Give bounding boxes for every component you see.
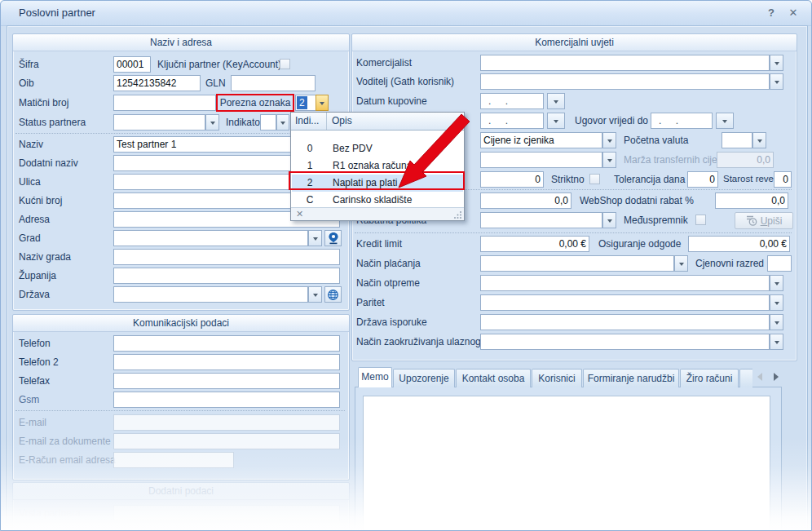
porezna-oznaka-dropdown-button[interactable]: [316, 95, 329, 111]
eracun-input[interactable]: [113, 452, 234, 468]
nacin-zaokruzivanja-combo[interactable]: [480, 334, 770, 350]
gln-label: GLN: [205, 77, 226, 89]
status-partnera-combo[interactable]: [113, 114, 205, 131]
title-bar: Poslovni partner ? ✕: [1, 1, 811, 26]
voditelj-dropdown-button[interactable]: [770, 73, 783, 90]
telefax-label: Telefax: [19, 375, 50, 387]
tab-kontakt-osoba[interactable]: Kontakt osoba: [456, 369, 531, 387]
gln-input[interactable]: [231, 75, 316, 91]
grad-dropdown-button[interactable]: [308, 230, 322, 246]
ugovor-vrijedi-do-dropdown-button[interactable]: [716, 113, 734, 129]
ugovor-od-input[interactable]: . .: [480, 113, 544, 129]
gsm-input[interactable]: [113, 392, 340, 408]
vrsta-partnera-combo[interactable]: [113, 505, 340, 521]
adresa-label: Adresa: [19, 214, 50, 225]
maticni-broj-input[interactable]: [113, 95, 216, 111]
close-icon[interactable]: ✕: [786, 7, 801, 20]
datum-kupovine-dropdown-button[interactable]: [547, 93, 565, 109]
paritet-combo[interactable]: [480, 294, 770, 311]
nacin-zaokruzivanja-dropdown-button[interactable]: [770, 334, 783, 350]
datum-kupovine-input[interactable]: . .: [480, 93, 544, 109]
medjuspremnik-checkbox[interactable]: [695, 215, 706, 225]
drzava-dropdown-button[interactable]: [308, 286, 322, 303]
pocetna-valuta-dropdown-button[interactable]: [752, 132, 766, 148]
window-title: Poslovni partner: [19, 7, 95, 19]
popup-close-icon[interactable]: ✕: [296, 208, 303, 220]
naziv-grada-input[interactable]: [113, 249, 340, 265]
osiguranje-odgode-label: Osiguranje odgode: [598, 238, 681, 250]
komercijalist-combo[interactable]: [480, 55, 770, 71]
tolerancija-dana-input[interactable]: 0: [687, 171, 718, 188]
webshop-rabat-input[interactable]: 0,0: [715, 192, 788, 209]
tab-scroll-right-icon[interactable]: [774, 373, 779, 381]
telefon-input[interactable]: [113, 335, 340, 352]
striktno-label: Striktno: [551, 174, 585, 185]
tab-memo[interactable]: Memo: [358, 367, 392, 387]
rabat-input[interactable]: 0,0: [480, 192, 571, 209]
nacin-placanja-label: Način plaćanja: [356, 258, 421, 269]
cijene-combo[interactable]: Cijene iz cjenika: [480, 132, 602, 148]
indikator-combo[interactable]: [260, 114, 276, 131]
tip-cijene-dropdown-button[interactable]: [602, 152, 616, 168]
grad-combo[interactable]: [113, 230, 308, 246]
voditelj-combo[interactable]: [480, 73, 770, 90]
ugovor-od-dropdown-button[interactable]: [547, 113, 565, 129]
drzava-isporuke-combo[interactable]: [480, 314, 770, 330]
status-partnera-dropdown-button[interactable]: [205, 114, 219, 131]
cijene-dropdown-button[interactable]: [602, 132, 616, 148]
tab-upozorenje[interactable]: Upozorenje: [393, 369, 455, 387]
nacin-placanja-dropdown-button[interactable]: [674, 255, 688, 272]
tab-scroll-left-icon[interactable]: [757, 373, 762, 381]
marza-input[interactable]: 0,0: [717, 152, 774, 168]
tab-korisnici[interactable]: Korisnici: [532, 369, 582, 387]
popup-item-opis: Bez PDV: [333, 140, 373, 157]
resize-grip-icon[interactable]: [454, 210, 462, 219]
nacin-otpreme-combo[interactable]: [480, 275, 770, 291]
tab-formiranje-narudzbi[interactable]: Formiranje narudžbi: [583, 369, 679, 387]
oib-input[interactable]: 12542135842: [113, 75, 201, 91]
porezna-oznaka-combo[interactable]: 2: [295, 95, 316, 111]
komercijalist-dropdown-button[interactable]: [770, 55, 783, 71]
starost-reversa-input[interactable]: 0: [774, 171, 792, 188]
ugovor-vrijedi-do-input[interactable]: . .: [651, 113, 713, 129]
odgoda-input[interactable]: 0: [480, 171, 544, 188]
tip-cijene-combo[interactable]: [480, 152, 602, 168]
porezna-oznaka-label-highlight: Porezna oznaka: [216, 94, 294, 112]
tab-intrast[interactable]: Intrast: [739, 369, 752, 387]
pocetna-valuta-combo[interactable]: [722, 132, 752, 148]
indikator-dropdown-button[interactable]: [276, 114, 289, 131]
eracun-label: E-Račun email adresa: [19, 454, 116, 466]
chevron-down-icon: [774, 341, 779, 347]
zupanija-input[interactable]: [113, 268, 340, 284]
nacin-otpreme-dropdown-button[interactable]: [770, 275, 783, 291]
tab-ziro-racuni[interactable]: Žiro računi: [680, 369, 739, 387]
paritet-dropdown-button[interactable]: [770, 294, 783, 311]
upisi-button[interactable]: Upiši: [735, 212, 793, 229]
memo-textarea[interactable]: [363, 396, 770, 531]
naziv-label: Naziv: [19, 139, 43, 150]
nacin-placanja-combo[interactable]: [480, 255, 674, 272]
komercijalist-label: Komercijalist: [356, 57, 412, 69]
drzava-combo[interactable]: [113, 286, 308, 303]
help-icon[interactable]: ?: [764, 7, 779, 20]
osiguranje-odgode-input[interactable]: 0,00 €: [688, 236, 790, 252]
drzava-globe-button[interactable]: [324, 286, 342, 303]
telefax-input[interactable]: [113, 373, 340, 389]
email-input[interactable]: [113, 414, 340, 431]
drzava-isporuke-label: Država isporuke: [356, 316, 427, 328]
telefon2-input[interactable]: [113, 354, 340, 370]
group-naziv-i-adresa-title: Naziv i adresa: [13, 34, 349, 51]
popup-footer: ✕: [291, 207, 464, 220]
grad-map-button[interactable]: [324, 230, 342, 246]
dodatni-naziv-label: Dodatni naziv: [19, 157, 78, 169]
kredit-limit-input[interactable]: 0,00 €: [480, 236, 589, 252]
drzava-isporuke-dropdown-button[interactable]: [770, 314, 783, 330]
telefon-label: Telefon: [19, 338, 51, 349]
key-account-checkbox[interactable]: [280, 59, 290, 69]
email-dokumente-input[interactable]: [113, 433, 340, 449]
rabatna-politika-dropdown-button[interactable]: [602, 212, 616, 228]
rabatna-politika-combo[interactable]: [480, 212, 602, 228]
striktno-checkbox[interactable]: [589, 174, 600, 184]
sifra-input[interactable]: 00001: [113, 56, 151, 73]
cjenovni-razred-input[interactable]: [767, 255, 792, 272]
